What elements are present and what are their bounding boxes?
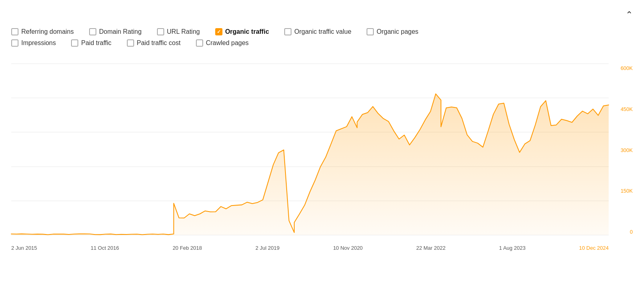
panel-header: ⌃ <box>11 10 633 20</box>
y-axis-label: 0 <box>611 229 633 235</box>
chart-inner <box>11 64 609 235</box>
checkbox-organic-traffic-value[interactable]: Organic traffic value <box>284 28 351 35</box>
checkbox-box-url-rating <box>157 28 164 35</box>
checkbox-box-organic-traffic <box>215 28 222 35</box>
x-axis-label: 10 Nov 2020 <box>333 245 363 251</box>
y-axis-label: 150K <box>611 188 633 194</box>
checkbox-organic-traffic[interactable]: Organic traffic <box>215 28 269 35</box>
chart-area: 600K450K300K150K0 2 Jun 201511 Oct 20162… <box>11 54 633 251</box>
x-axis-label: 11 Oct 2016 <box>91 245 119 251</box>
checkbox-label-paid-traffic: Paid traffic <box>81 39 111 47</box>
x-axis-label: 10 Dec 2024 <box>579 245 609 251</box>
filter-checkboxes: Referring domainsDomain RatingURL Rating… <box>11 28 633 51</box>
checkbox-label-organic-traffic-value: Organic traffic value <box>294 28 351 35</box>
checkbox-label-domain-rating: Domain Rating <box>99 28 142 35</box>
y-axis: 600K450K300K150K0 <box>611 54 633 251</box>
checkbox-label-paid-traffic-cost: Paid traffic cost <box>137 39 181 47</box>
checkbox-organic-pages[interactable]: Organic pages <box>367 28 418 35</box>
checkbox-box-impressions <box>11 39 18 47</box>
y-axis-label: 450K <box>611 106 633 112</box>
checkbox-impressions[interactable]: Impressions <box>11 39 56 47</box>
checkbox-label-impressions: Impressions <box>21 39 56 47</box>
checkbox-box-crawled-pages <box>196 39 203 47</box>
collapse-icon[interactable]: ⌃ <box>626 10 633 20</box>
checkbox-box-paid-traffic <box>71 39 78 47</box>
y-axis-label: 600K <box>611 65 633 71</box>
checkbox-label-organic-traffic: Organic traffic <box>225 28 269 35</box>
performance-panel: ⌃ Referring domainsDomain RatingURL Rati… <box>0 0 644 259</box>
checkbox-label-crawled-pages: Crawled pages <box>206 39 249 47</box>
checkbox-url-rating[interactable]: URL Rating <box>157 28 200 35</box>
checkbox-box-organic-traffic-value <box>284 28 291 35</box>
chart-svg <box>11 64 609 235</box>
checkbox-domain-rating[interactable]: Domain Rating <box>89 28 142 35</box>
x-axis-label: 20 Feb 2018 <box>173 245 202 251</box>
x-axis-label: 22 Mar 2022 <box>416 245 446 251</box>
checkbox-label-organic-pages: Organic pages <box>377 28 418 35</box>
checkbox-label-url-rating: URL Rating <box>167 28 200 35</box>
checkbox-paid-traffic[interactable]: Paid traffic <box>71 39 111 47</box>
checkbox-box-organic-pages <box>367 28 374 35</box>
x-axis-label: 2 Jun 2015 <box>11 245 37 251</box>
x-axis-label: 1 Aug 2023 <box>499 245 526 251</box>
x-axis: 2 Jun 201511 Oct 201620 Feb 20182 Jul 20… <box>11 240 609 251</box>
checkbox-box-domain-rating <box>89 28 96 35</box>
checkbox-box-referring-domains <box>11 28 18 35</box>
checkbox-referring-domains[interactable]: Referring domains <box>11 28 74 35</box>
checkbox-crawled-pages[interactable]: Crawled pages <box>196 39 249 47</box>
y-axis-label: 300K <box>611 147 633 153</box>
checkbox-box-paid-traffic-cost <box>127 39 134 47</box>
x-axis-label: 2 Jul 2019 <box>255 245 279 251</box>
checkbox-label-referring-domains: Referring domains <box>21 28 74 35</box>
checkbox-paid-traffic-cost[interactable]: Paid traffic cost <box>127 39 181 47</box>
